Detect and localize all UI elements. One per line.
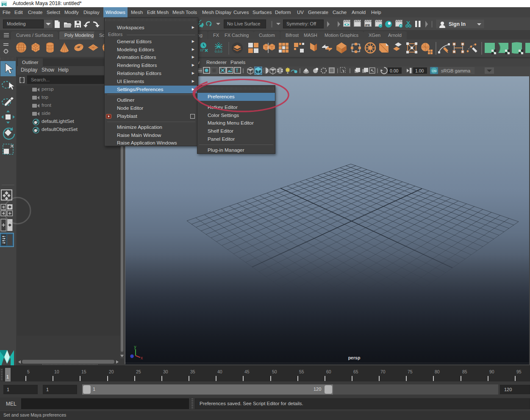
- svg-text:y: y: [134, 345, 136, 349]
- svg-text:ON: ON: [432, 70, 437, 72]
- svg-text:0,0,0: 0,0,0: [215, 50, 222, 53]
- svg-text:sRGB gamma: sRGB gamma: [441, 68, 471, 73]
- svg-text:1.00: 1.00: [415, 68, 424, 73]
- svg-text:IPR: IPR: [365, 24, 370, 27]
- svg-text:T: T: [236, 68, 239, 73]
- svg-text:0.00: 0.00: [390, 68, 399, 73]
- svg-text:x: x: [141, 356, 143, 360]
